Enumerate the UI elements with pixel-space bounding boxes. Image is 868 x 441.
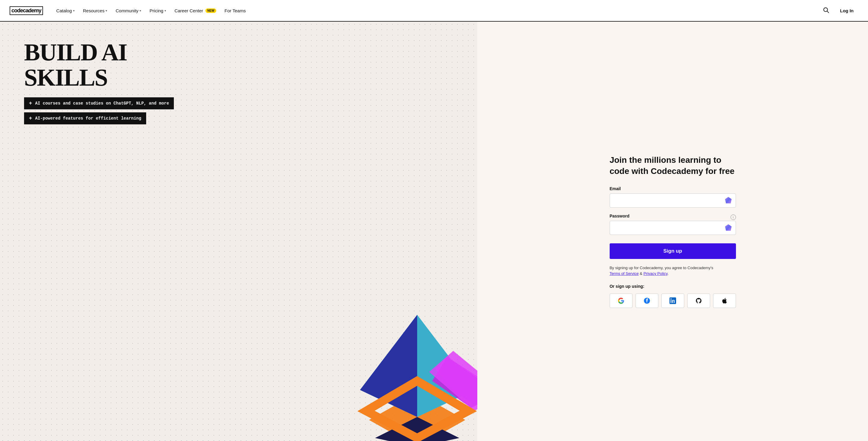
- chevron-down-icon-catalog: ▾: [73, 9, 74, 12]
- nav-link-catalog[interactable]: Catalog▾: [53, 6, 78, 15]
- signup-button[interactable]: Sign up: [610, 243, 736, 259]
- nav-right: Log In: [823, 6, 858, 15]
- nav-badge-career-center: NEW: [206, 8, 216, 13]
- facebook-signup-button[interactable]: [636, 294, 658, 308]
- navbar: codecademy Catalog▾Resources▾Community▾P…: [0, 0, 868, 22]
- email-label: Email: [610, 186, 736, 191]
- nav-link-label-career-center: Career Center: [175, 8, 203, 13]
- info-icon[interactable]: i: [731, 214, 736, 220]
- terms-text: By signing up for Codecademy, you agree …: [610, 265, 736, 277]
- nav-link-label-pricing: Pricing: [150, 8, 163, 13]
- nav-link-label-resources: Resources: [83, 8, 105, 13]
- linkedin-signup-button[interactable]: [661, 294, 684, 308]
- search-button[interactable]: [823, 7, 829, 15]
- nav-link-label-catalog: Catalog: [56, 8, 72, 13]
- social-buttons: [610, 294, 736, 308]
- svg-line-1: [827, 11, 829, 12]
- nav-link-pricing[interactable]: Pricing▾: [146, 6, 169, 15]
- terms-of-service-link[interactable]: Terms of Service: [610, 271, 639, 276]
- bullet-item: +AI-powered features for efficient learn…: [24, 112, 146, 124]
- bullet-text: AI-powered features for efficient learni…: [35, 116, 142, 121]
- logo[interactable]: codecademy: [10, 6, 43, 15]
- password-label: Password: [610, 213, 629, 218]
- email-input[interactable]: [610, 194, 736, 208]
- password-gem-icon: [725, 224, 732, 231]
- chevron-down-icon-pricing: ▾: [164, 9, 166, 12]
- nav-link-community[interactable]: Community▾: [112, 6, 145, 15]
- chevron-down-icon-community: ▾: [140, 9, 141, 12]
- email-gem-icon: [725, 197, 732, 204]
- bullet-plus-icon: +: [29, 100, 32, 106]
- bullet-plus-icon: +: [29, 115, 32, 122]
- svg-point-13: [671, 298, 672, 300]
- nav-link-label-community: Community: [116, 8, 138, 13]
- hero-bullets: +AI courses and case studies on ChatGPT,…: [24, 97, 459, 124]
- hero-section: BUILD AI SKILLS +AI courses and case stu…: [0, 22, 477, 441]
- nav-link-resources[interactable]: Resources▾: [80, 6, 111, 15]
- signup-section: Join the millions learning to code with …: [477, 22, 868, 441]
- bullet-text: AI courses and case studies on ChatGPT, …: [35, 101, 169, 106]
- logo-cademy: cademy: [23, 7, 41, 14]
- google-signup-button[interactable]: [610, 294, 632, 308]
- login-button[interactable]: Log In: [835, 6, 858, 15]
- logo-code: code: [11, 7, 23, 14]
- or-divider: Or sign up using:: [610, 284, 736, 289]
- pyramid-illustration: [345, 291, 477, 441]
- github-signup-button[interactable]: [687, 294, 710, 308]
- privacy-policy-link[interactable]: Privacy Policy: [643, 271, 668, 276]
- signup-title: Join the millions learning to code with …: [610, 155, 736, 177]
- nav-link-label-for-teams: For Teams: [225, 8, 246, 13]
- nav-link-career-center[interactable]: Career CenterNEW: [171, 6, 220, 15]
- svg-rect-12: [671, 300, 671, 303]
- main-content: BUILD AI SKILLS +AI courses and case stu…: [0, 22, 868, 441]
- email-field-group: Email: [610, 186, 736, 208]
- nav-link-for-teams[interactable]: For Teams: [221, 6, 250, 15]
- hero-title: BUILD AI SKILLS: [24, 40, 459, 90]
- email-input-wrap: [610, 194, 736, 208]
- chevron-down-icon-resources: ▾: [105, 9, 107, 12]
- nav-links: Catalog▾Resources▾Community▾Pricing▾Care…: [53, 6, 823, 15]
- bullet-item: +AI courses and case studies on ChatGPT,…: [24, 97, 174, 109]
- password-input[interactable]: [610, 221, 736, 235]
- password-input-wrap: [610, 221, 736, 235]
- apple-signup-button[interactable]: [713, 294, 736, 308]
- signup-panel: Join the millions learning to code with …: [610, 155, 736, 308]
- password-field-group: Password i: [610, 213, 736, 235]
